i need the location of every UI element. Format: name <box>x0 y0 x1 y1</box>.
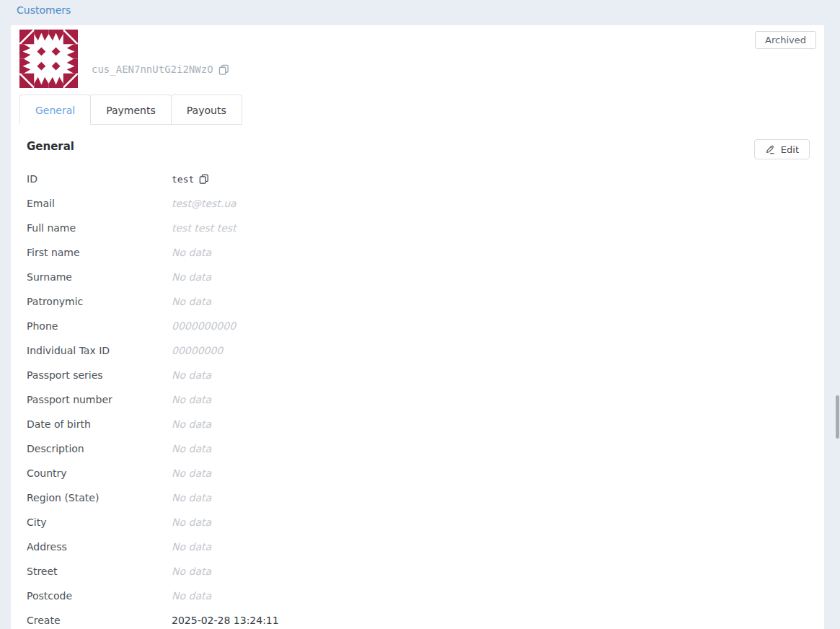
fields-list: ID test Email test@test.ua Full name tes… <box>11 167 824 629</box>
field-label: Passport series <box>27 369 172 381</box>
field-label: Surname <box>27 271 172 283</box>
edit-button-label: Edit <box>781 144 799 155</box>
field-row: ID test <box>11 167 824 191</box>
field-value: No data <box>172 516 211 528</box>
field-row: Passport number No data <box>11 387 824 412</box>
field-label: ID <box>27 173 172 185</box>
nav-tab-customers[interactable]: Customers <box>13 0 74 28</box>
field-label: Description <box>27 443 172 454</box>
field-label: Full name <box>27 222 172 234</box>
field-label: Date of birth <box>27 418 172 430</box>
field-label: Individual Tax ID <box>27 345 172 356</box>
field-row: Email test@test.ua <box>11 191 824 216</box>
field-row: Postcode No data <box>11 584 824 608</box>
field-value: No data <box>172 369 211 381</box>
field-row: First name No data <box>11 240 824 265</box>
field-label: Country <box>27 467 172 479</box>
field-label: Email <box>27 198 172 209</box>
tab-label: Payments <box>106 105 156 116</box>
pencil-icon <box>765 144 775 154</box>
field-label: Address <box>27 541 172 553</box>
field-value: No data <box>172 247 211 258</box>
customer-avatar-identicon <box>19 30 78 88</box>
field-value: No data <box>172 541 211 553</box>
field-label: First name <box>27 247 172 258</box>
status-badge-archived: Archived <box>755 31 816 49</box>
tab-label: Payouts <box>187 105 226 116</box>
field-value: No data <box>172 492 211 503</box>
status-badge-label: Archived <box>765 35 806 45</box>
field-value: No data <box>172 443 211 454</box>
field-label: Postcode <box>27 590 172 602</box>
tabs: General Payments Payouts <box>19 94 242 125</box>
field-value: 0000000000 <box>172 320 236 332</box>
field-row: City No data <box>11 510 824 535</box>
field-value: test test test <box>172 222 236 234</box>
field-row: Phone 0000000000 <box>11 314 824 338</box>
field-row: Individual Tax ID 00000000 <box>11 338 824 363</box>
field-value: test <box>172 174 209 185</box>
field-label: Passport number <box>27 394 172 405</box>
field-row: Description No data <box>11 436 824 461</box>
field-row: Address No data <box>11 535 824 559</box>
field-row: Region (State) No data <box>11 485 824 510</box>
field-value: No data <box>172 271 211 283</box>
field-value: 2025-02-28 13:24:11 <box>172 615 279 626</box>
field-value: No data <box>172 296 211 307</box>
field-label: Patronymic <box>27 296 172 307</box>
field-label: City <box>27 516 172 528</box>
tab-general[interactable]: General <box>19 94 91 125</box>
customer-id-row: cus_AEN7nnUtG2i2NWzO <box>92 63 229 75</box>
section-title: General <box>27 139 74 154</box>
copy-icon[interactable] <box>218 64 229 75</box>
field-label: Create <box>27 615 172 626</box>
field-label: Region (State) <box>27 492 172 503</box>
customer-id-code: cus_AEN7nnUtG2i2NWzO <box>92 63 213 75</box>
field-value: 00000000 <box>172 345 223 356</box>
nav-tab-customers-label: Customers <box>17 4 71 16</box>
field-value: No data <box>172 590 211 602</box>
customer-panel: cus_AEN7nnUtG2i2NWzO Archived General Pa… <box>11 25 824 629</box>
field-label: Street <box>27 566 172 577</box>
field-row: Create 2025-02-28 13:24:11 <box>11 608 824 629</box>
field-row: Street No data <box>11 559 824 584</box>
field-value: No data <box>172 467 211 479</box>
field-value: No data <box>172 394 211 405</box>
field-row: Full name test test test <box>11 216 824 240</box>
top-navigation: Customers <box>0 0 840 25</box>
copy-icon[interactable] <box>199 174 209 184</box>
field-value: test@test.ua <box>172 198 236 209</box>
tab-label: General <box>35 105 75 116</box>
field-value: No data <box>172 418 211 430</box>
tab-payouts[interactable]: Payouts <box>171 94 242 125</box>
field-row: Passport series No data <box>11 363 824 387</box>
field-value: No data <box>172 566 211 577</box>
field-row: Date of birth No data <box>11 412 824 436</box>
edit-button[interactable]: Edit <box>754 139 810 159</box>
field-label: Phone <box>27 320 172 332</box>
field-row: Country No data <box>11 461 824 485</box>
tab-payments[interactable]: Payments <box>90 94 172 125</box>
field-row: Patronymic No data <box>11 289 824 314</box>
vertical-scrollbar-thumb[interactable] <box>836 395 839 439</box>
field-row: Surname No data <box>11 265 824 289</box>
